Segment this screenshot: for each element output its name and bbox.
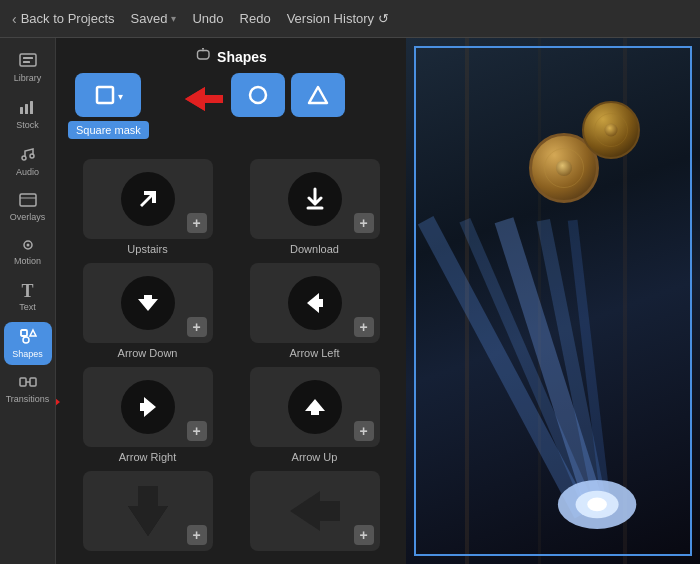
circle-button[interactable] (231, 73, 285, 117)
shapes-icon (19, 328, 37, 347)
redo-button[interactable]: Redo (240, 11, 271, 26)
arrow-down-add-btn[interactable]: + (187, 317, 207, 337)
panel-title: Shapes (217, 49, 267, 65)
text-icon: T (21, 282, 33, 300)
svg-marker-26 (138, 295, 158, 311)
shape-item-arrow-down-2[interactable]: + (68, 471, 227, 555)
shape-type-row: ▾ Square mask (56, 73, 406, 147)
upstairs-add-btn[interactable]: + (187, 213, 207, 233)
svg-rect-6 (19, 100, 37, 102)
shapes-grid: + Upstairs + Download (56, 159, 406, 564)
triangle-button[interactable] (291, 73, 345, 117)
svg-marker-32 (128, 486, 168, 536)
canvas-area[interactable] (406, 38, 700, 564)
sidebar-item-library[interactable]: Library (4, 46, 52, 89)
arrow-right-add-btn[interactable]: + (187, 421, 207, 441)
arrow-right-label: Arrow Right (119, 451, 176, 463)
motion-icon (19, 238, 37, 254)
svg-rect-9 (20, 194, 36, 206)
arrow-up-thumb: + (250, 367, 380, 447)
red-arrow-svg (155, 81, 225, 117)
back-label: Back to Projects (21, 11, 115, 26)
svg-point-15 (23, 337, 29, 343)
svg-point-8 (30, 154, 34, 158)
svg-point-41 (587, 497, 607, 511)
sidebar-label-motion: Motion (14, 256, 41, 266)
red-arrow-indicator (155, 73, 225, 117)
sidebar-label-stock: Stock (16, 120, 39, 130)
square-caret-icon: ▾ (118, 91, 123, 102)
transitions-icon (19, 375, 37, 392)
sidebar-label-text: Text (19, 302, 36, 312)
shape-item-arrow-right[interactable]: + Arrow Right (68, 367, 227, 463)
sidebar-label-overlays: Overlays (10, 212, 46, 222)
download-add-btn[interactable]: + (354, 213, 374, 233)
svg-rect-1 (23, 57, 33, 59)
panel-header: Shapes (56, 38, 406, 73)
arrow-left-2-thumb: + (250, 471, 380, 551)
saved-caret-icon: ▾ (171, 13, 176, 24)
back-button[interactable]: ‹ Back to Projects (12, 11, 115, 27)
svg-point-12 (26, 244, 29, 247)
shape-item-download[interactable]: + Download (235, 159, 394, 255)
svg-point-18 (202, 48, 204, 50)
svg-rect-2 (23, 61, 30, 63)
svg-rect-19 (97, 87, 113, 103)
svg-rect-16 (20, 378, 26, 386)
svg-rect-13 (21, 330, 27, 336)
version-history-button[interactable]: Version History ↺ (287, 11, 389, 26)
sidebar-label-audio: Audio (16, 167, 39, 177)
download-thumb: + (250, 159, 380, 239)
back-arrow-icon: ‹ (12, 11, 17, 27)
sidebar-item-motion[interactable]: Motion (4, 232, 52, 272)
undo-button[interactable]: Undo (192, 11, 223, 26)
sidebar-item-text[interactable]: T Text (4, 276, 52, 318)
shape-item-arrow-down[interactable]: + Arrow Down (68, 263, 227, 359)
main-layout: Library Stock Audio (0, 38, 700, 564)
shapes-panel-icon (195, 48, 211, 65)
arrow-down-label: Arrow Down (118, 347, 178, 359)
shapes-panel: Shapes ▾ Square mask (56, 38, 406, 564)
sidebar-item-audio[interactable]: Audio (4, 140, 52, 183)
library-icon (19, 52, 37, 71)
upstairs-label: Upstairs (127, 243, 167, 255)
svg-marker-33 (290, 491, 340, 531)
arrow-left-label: Arrow Left (289, 347, 339, 359)
svg-marker-21 (185, 87, 223, 111)
shape-item-arrow-left-2[interactable]: + (235, 471, 394, 555)
arrow-down-2-add-btn[interactable]: + (187, 525, 207, 545)
version-history-icon: ↺ (378, 11, 389, 26)
arrow-left-2-add-btn[interactable]: + (354, 525, 374, 545)
version-history-label: Version History (287, 11, 374, 26)
disc-ring-2 (594, 113, 628, 147)
sidebar-item-transitions[interactable]: Transitions (4, 369, 52, 410)
svg-rect-0 (20, 54, 36, 66)
saved-text: Saved (131, 11, 168, 26)
shape-item-upstairs[interactable]: + Upstairs (68, 159, 227, 255)
red-arrow-shapes-indicator (56, 387, 70, 421)
arrow-left-add-btn[interactable]: + (354, 317, 374, 337)
stock-icon (19, 99, 37, 118)
svg-rect-4 (25, 104, 28, 114)
audio-icon (20, 146, 36, 165)
arrow-right-thumb: + (83, 367, 213, 447)
sidebar-item-overlays[interactable]: Overlays (4, 187, 52, 228)
svg-marker-30 (305, 399, 325, 415)
square-mask-button[interactable]: ▾ (75, 73, 141, 117)
arrow-up-add-btn[interactable]: + (354, 421, 374, 441)
shape-item-arrow-up[interactable]: + Arrow Up (235, 367, 394, 463)
shape-item-arrow-left[interactable]: + Arrow Left (235, 263, 394, 359)
svg-point-22 (250, 87, 266, 103)
arrow-down-2-thumb: + (83, 471, 213, 551)
sidebar-item-shapes[interactable]: Shapes (4, 322, 52, 365)
arrow-down-thumb: + (83, 263, 213, 343)
overlays-icon (19, 193, 37, 210)
svg-marker-28 (140, 397, 156, 417)
top-bar: ‹ Back to Projects Saved ▾ Undo Redo Ver… (0, 0, 700, 38)
svg-marker-27 (307, 293, 323, 313)
svg-marker-23 (309, 87, 327, 103)
sidebar-item-stock[interactable]: Stock (4, 93, 52, 136)
download-label: Download (290, 243, 339, 255)
svg-rect-3 (20, 107, 23, 114)
icon-sidebar: Library Stock Audio (0, 38, 56, 564)
